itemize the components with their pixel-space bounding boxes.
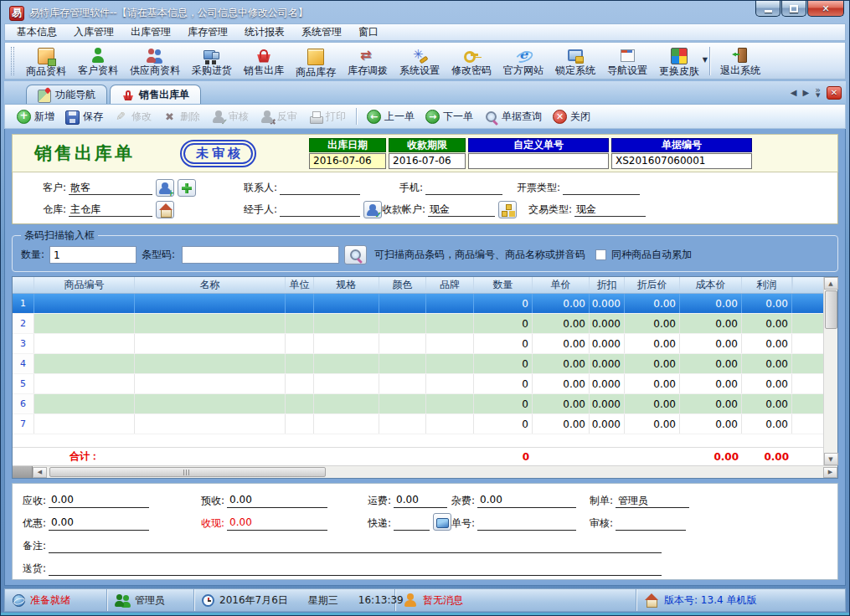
summary-value-freight[interactable]: 0.00 bbox=[394, 494, 447, 508]
maximize-icon bbox=[790, 5, 798, 13]
header-field-value-doc-no[interactable]: XS201607060001 bbox=[611, 153, 752, 169]
menu-item-inbound[interactable]: 入库管理 bbox=[65, 23, 122, 41]
menu-item-inventory[interactable]: 库存管理 bbox=[179, 23, 236, 41]
vertical-scrollbar[interactable]: ▲ ▼ bbox=[823, 277, 837, 465]
field-value-handler[interactable] bbox=[280, 203, 360, 217]
summary-value-misc-fee[interactable]: 0.00 bbox=[477, 494, 576, 508]
tab-scroll-right-button[interactable]: ▶ bbox=[803, 88, 810, 97]
toolbar-button-system-settings[interactable]: 系统设置 bbox=[394, 44, 446, 78]
table-total-row: 合计：00.000.00 bbox=[13, 447, 823, 465]
tab-close-button[interactable]: ✕ bbox=[827, 86, 842, 100]
summary-value-prepaid[interactable]: 0.00 bbox=[227, 494, 327, 508]
field-value-customer[interactable]: 散客 bbox=[69, 181, 152, 195]
summary-value-cash-received[interactable]: 0.00 bbox=[227, 516, 327, 531]
status-text-message: 暂无消息 bbox=[423, 593, 463, 608]
summary-value-express[interactable] bbox=[394, 516, 430, 531]
summary-value-discount[interactable]: 0.00 bbox=[49, 516, 149, 531]
menu-item-system[interactable]: 系统管理 bbox=[293, 23, 350, 41]
maximize-button[interactable] bbox=[781, 1, 806, 17]
horizontal-scrollbar[interactable]: ◀ ▶ bbox=[13, 465, 837, 478]
delivery-input[interactable] bbox=[49, 562, 662, 576]
barcode-input[interactable] bbox=[182, 246, 339, 264]
toolbar-button-goods-info[interactable]: 商品资料 bbox=[20, 44, 72, 78]
toolbar-button-change-skin[interactable]: 更换皮肤▼ bbox=[653, 44, 705, 78]
tab-function-nav[interactable]: 功能导航 bbox=[26, 85, 107, 104]
form-toolbar-button-close-order[interactable]: ✕关闭 bbox=[548, 106, 595, 126]
form-toolbar-button-next-order[interactable]: →下一单 bbox=[420, 106, 478, 126]
toolbar-button-goods-stock[interactable]: 商品库存 bbox=[290, 44, 342, 78]
vertical-scroll-thumb[interactable] bbox=[825, 290, 837, 329]
cell-discounted: 0.00 bbox=[625, 374, 680, 393]
horizontal-scroll-thumb[interactable] bbox=[49, 467, 326, 477]
plus-add-button[interactable] bbox=[178, 179, 196, 197]
field-handler: 经手人:✔ bbox=[244, 201, 382, 218]
person-pick-button[interactable]: + bbox=[156, 179, 174, 197]
summary-value-receivable[interactable]: 0.00 bbox=[49, 494, 149, 508]
summary-field-cash-received: 收现:0.00 bbox=[201, 516, 368, 531]
auto-accumulate-checkbox[interactable] bbox=[595, 249, 606, 260]
scroll-up-button[interactable]: ▲ bbox=[824, 277, 838, 290]
menu-item-basic-info[interactable]: 基本信息 bbox=[8, 23, 65, 41]
table-row-3[interactable]: 300.000.0000.000.000.00 bbox=[13, 334, 823, 354]
scroll-left-button[interactable]: ◀ bbox=[33, 467, 47, 478]
menu-item-window[interactable]: 窗口 bbox=[350, 23, 387, 41]
toolbar-grip[interactable] bbox=[11, 47, 14, 75]
toolbar-button-stock-transfer[interactable]: 库存调拨 bbox=[342, 44, 394, 78]
menu-item-outbound[interactable]: 出库管理 bbox=[122, 23, 179, 41]
tab-sales-order[interactable]: 销售出库单 bbox=[110, 85, 201, 104]
barcode-panel-title: 条码扫描输入框 bbox=[21, 228, 98, 243]
form-toolbar-button-prev-order[interactable]: ←上一单 bbox=[362, 106, 420, 126]
barcode-search-button[interactable] bbox=[344, 245, 367, 264]
scroll-down-button[interactable]: ▼ bbox=[824, 453, 838, 465]
table-row-5[interactable]: 500.000.0000.000.000.00 bbox=[13, 374, 823, 394]
toolbar-button-supplier-info[interactable]: 供应商资料 bbox=[124, 44, 186, 78]
summary-value-tracking-no[interactable] bbox=[477, 516, 576, 531]
toolbar-button-lock-system[interactable]: 锁定系统 bbox=[549, 44, 601, 78]
summary-label-cash-received: 收现: bbox=[201, 516, 224, 531]
menu-item-reports[interactable]: 统计报表 bbox=[236, 23, 293, 41]
close-button[interactable]: ✕ bbox=[807, 1, 844, 17]
field-value-trade-type[interactable]: 现金 bbox=[574, 203, 646, 217]
tab-list-button[interactable]: »▼ bbox=[815, 88, 821, 98]
field-value-mobile[interactable] bbox=[425, 181, 502, 195]
barcode-qty-label: 数量: bbox=[21, 248, 44, 262]
field-value-invoice-type[interactable] bbox=[563, 181, 640, 195]
tab-scroll-left-button[interactable]: ◀ bbox=[791, 88, 797, 97]
dropdown-arrow-icon[interactable]: ▼ bbox=[703, 56, 708, 64]
account-pick-button[interactable] bbox=[498, 201, 517, 218]
field-value-warehouse[interactable]: 主仓库 bbox=[69, 203, 152, 217]
scroll-right-button[interactable]: ▶ bbox=[823, 467, 837, 478]
table-row-6[interactable]: 600.000.0000.000.000.00 bbox=[13, 394, 823, 414]
cell-cost: 0.00 bbox=[680, 314, 742, 333]
toolbar-button-sales-out[interactable]: 销售出库 bbox=[238, 44, 290, 78]
change-password-icon bbox=[463, 47, 480, 64]
toolbar-button-purchase-in[interactable]: 采购进货 bbox=[186, 44, 238, 78]
table-row-7[interactable]: 700.000.0000.000.000.00 bbox=[13, 414, 823, 434]
table-row-2[interactable]: 200.000.0000.000.000.00 bbox=[13, 314, 823, 334]
header-field-value-out-date[interactable]: 2016-07-06 bbox=[309, 153, 386, 169]
express-picker-button[interactable] bbox=[433, 513, 451, 531]
toolbar-button-change-password[interactable]: 修改密码 bbox=[446, 44, 497, 78]
summary-value-auditor[interactable] bbox=[616, 516, 686, 531]
field-value-contact[interactable] bbox=[280, 181, 360, 195]
field-value-account[interactable]: 现金 bbox=[428, 203, 495, 217]
toolbar-button-nav-settings[interactable]: 导航设置 bbox=[601, 44, 653, 78]
title-bar[interactable]: 易 易特库存管理软件--【请在基本信息，公司信息中修改公司名】 ✕ bbox=[4, 1, 846, 23]
form-toolbar-button-order-query[interactable]: 单据查询 bbox=[479, 107, 547, 126]
remark-input[interactable] bbox=[49, 539, 662, 553]
summary-value-creator[interactable]: 管理员 bbox=[616, 494, 689, 508]
table-row-4[interactable]: 400.000.0000.000.000.00 bbox=[13, 354, 823, 374]
form-toolbar-button-save[interactable]: 保存 bbox=[60, 106, 108, 127]
column-header-discount: 折扣 bbox=[590, 277, 625, 293]
house-pick-button[interactable] bbox=[156, 201, 174, 218]
toolbar-button-exit-system[interactable]: 退出系统 bbox=[714, 44, 766, 78]
header-field-value-due-date[interactable]: 2016-07-06 bbox=[389, 153, 466, 169]
table-row-1[interactable]: 100.000.0000.000.000.00 bbox=[13, 294, 823, 314]
barcode-qty-input[interactable] bbox=[49, 246, 137, 264]
minimize-button[interactable] bbox=[755, 1, 780, 17]
toolbar-button-customer-info[interactable]: 客户资料 bbox=[72, 44, 124, 78]
form-toolbar-button-new[interactable]: 新增 bbox=[12, 106, 59, 126]
toolbar-button-official-website[interactable]: 官方网站 bbox=[497, 44, 549, 78]
person-check-pick-button[interactable]: ✔ bbox=[363, 201, 382, 218]
header-field-value-custom-no[interactable] bbox=[468, 153, 609, 169]
